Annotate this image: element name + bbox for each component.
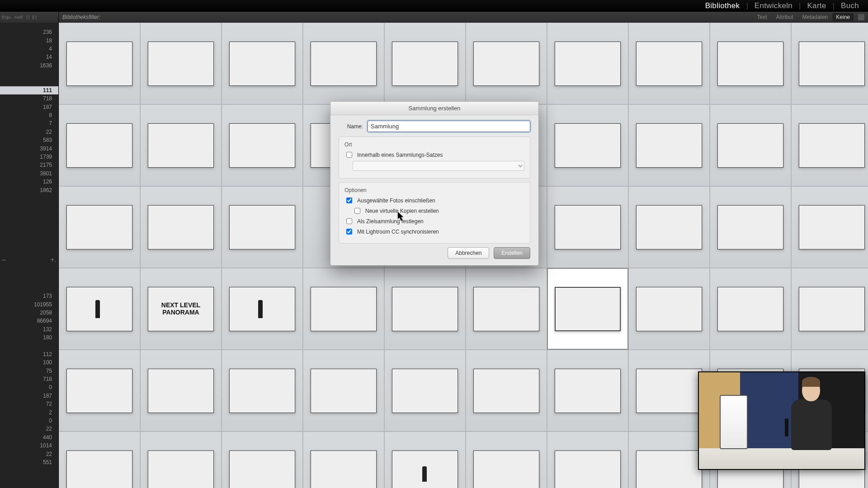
chk-in-set[interactable] <box>346 152 352 158</box>
thumbnail[interactable] <box>473 287 539 331</box>
sidebar-count-row[interactable]: 1862 <box>0 186 58 194</box>
sidebar-plusbar-1[interactable]: – +. <box>2 256 57 264</box>
sort-ausf[interactable]: Ausf. <box>14 15 24 19</box>
module-buch[interactable]: Buch <box>835 1 865 10</box>
thumbnail[interactable] <box>717 287 783 331</box>
grid-cell[interactable] <box>222 23 303 104</box>
thumbnail[interactable] <box>799 287 865 331</box>
plus-icon[interactable]: +. <box>50 256 57 264</box>
sidebar-count-row[interactable]: 718 <box>0 375 58 383</box>
sidebar-count-row[interactable]: 187 <box>0 392 58 400</box>
thumbnail[interactable] <box>148 42 214 86</box>
grid-cell[interactable] <box>466 350 547 432</box>
grid-cell[interactable] <box>59 432 140 488</box>
thumbnail[interactable] <box>473 450 539 488</box>
thumbnail[interactable] <box>717 205 783 249</box>
thumbnail[interactable]: NEXT LEVELPANORAMA <box>148 287 214 331</box>
thumbnail[interactable] <box>229 42 295 86</box>
thumbnail[interactable] <box>311 450 377 488</box>
thumbnail[interactable] <box>148 369 214 413</box>
grid-cell[interactable] <box>140 104 222 186</box>
sidebar-count-row[interactable]: 2058 <box>0 309 58 317</box>
sidebar-count-row[interactable]: 236 <box>0 28 58 36</box>
grid-cell[interactable] <box>59 23 140 104</box>
set-select[interactable] <box>353 161 524 171</box>
sidebar-count-row[interactable]: 2 <box>0 408 58 416</box>
grid-cell[interactable] <box>791 104 868 186</box>
thumbnail[interactable] <box>229 450 295 488</box>
sidebar-count-row[interactable]: 2175 <box>0 161 58 169</box>
sidebar-count-row[interactable]: 7 <box>0 119 58 127</box>
thumbnail[interactable] <box>148 123 214 168</box>
filter-lock-icon[interactable] <box>858 14 864 20</box>
grid-cell[interactable] <box>791 268 868 350</box>
sidebar-count-row[interactable]: 0 <box>0 417 58 425</box>
grid-cell[interactable] <box>710 186 791 268</box>
grid-cell[interactable] <box>628 23 710 104</box>
grid-cell[interactable] <box>710 268 791 350</box>
thumbnail[interactable] <box>636 205 702 249</box>
grid-cell[interactable] <box>222 350 303 432</box>
create-button[interactable]: Erstellen <box>494 247 530 259</box>
sidebar-count-row[interactable]: 86694 <box>0 317 58 325</box>
sidebar-count-row[interactable]: 101955 <box>0 300 58 308</box>
thumbnail[interactable] <box>636 42 702 86</box>
thumbnail[interactable] <box>473 369 539 413</box>
thumbnail[interactable] <box>555 287 621 331</box>
grid-cell[interactable] <box>303 350 384 432</box>
thumbnail[interactable] <box>799 123 865 168</box>
grid-cell[interactable] <box>791 186 868 268</box>
sidebar-count-row[interactable]: 22 <box>0 128 58 136</box>
thumbnail[interactable] <box>392 450 458 488</box>
sidebar-count-row[interactable]: 111 <box>0 86 58 94</box>
sidebar-count-row[interactable]: 132 <box>0 325 58 333</box>
sidebar-count-row[interactable]: 18 <box>0 36 58 44</box>
sidebar-count-row[interactable] <box>0 70 58 78</box>
grid-cell[interactable] <box>222 186 303 268</box>
grid-cell[interactable] <box>384 23 466 104</box>
sidebar-sort-toolbar[interactable]: Ergo. Ausf. | | || | <box>0 12 58 23</box>
grid-cell[interactable] <box>140 350 222 432</box>
chk-include-selected[interactable] <box>346 197 352 203</box>
sidebar-count-row[interactable]: 22 <box>0 450 58 458</box>
thumbnail[interactable] <box>636 287 702 331</box>
thumbnail[interactable] <box>229 369 295 413</box>
filter-attribut[interactable]: Attribut <box>772 14 798 20</box>
sidebar-count-row[interactable]: 180 <box>0 333 58 342</box>
sidebar-count-row[interactable]: 440 <box>0 433 58 441</box>
thumbnail[interactable] <box>66 42 132 86</box>
sidebar-count-row[interactable]: 3801 <box>0 169 58 178</box>
thumbnail[interactable] <box>66 450 132 488</box>
filter-keine[interactable]: Keine <box>832 13 854 21</box>
grid-cell[interactable]: NEXT LEVELPANORAMA <box>140 268 222 350</box>
grid-cell[interactable] <box>628 350 710 432</box>
grid-cell[interactable] <box>59 268 140 350</box>
grid-cell[interactable] <box>384 350 466 432</box>
grid-cell[interactable] <box>710 23 791 104</box>
grid-cell[interactable] <box>384 268 466 350</box>
collection-name-input[interactable] <box>368 121 530 132</box>
thumbnail[interactable] <box>717 123 783 168</box>
sidebar-count-row[interactable]: 583 <box>0 136 58 144</box>
module-karte[interactable]: Karte <box>801 1 832 10</box>
thumbnail[interactable] <box>555 42 621 86</box>
sidebar-count-row[interactable]: 75 <box>0 367 58 375</box>
sidebar-count-row[interactable]: 100 <box>0 358 58 366</box>
thumbnail[interactable] <box>229 123 295 168</box>
thumbnail[interactable] <box>799 205 865 249</box>
grid-cell[interactable] <box>628 432 710 488</box>
grid-cell[interactable] <box>547 350 628 432</box>
thumbnail[interactable] <box>311 369 377 413</box>
sidebar-count-row[interactable]: 126 <box>0 178 58 186</box>
sidebar-count-row[interactable]: 1014 <box>0 441 58 450</box>
grid-cell[interactable] <box>384 432 466 488</box>
sidebar-count-row[interactable]: 72 <box>0 400 58 408</box>
thumbnail[interactable] <box>66 205 132 249</box>
thumbnail[interactable] <box>392 369 458 413</box>
thumbnail[interactable] <box>555 123 621 168</box>
module-entwickeln[interactable]: Entwickeln <box>748 1 799 10</box>
grid-cell[interactable] <box>547 23 628 104</box>
grid-cell[interactable] <box>59 104 140 186</box>
sidebar-count-row[interactable]: 718 <box>0 94 58 103</box>
chk-target-collection[interactable] <box>346 218 352 224</box>
